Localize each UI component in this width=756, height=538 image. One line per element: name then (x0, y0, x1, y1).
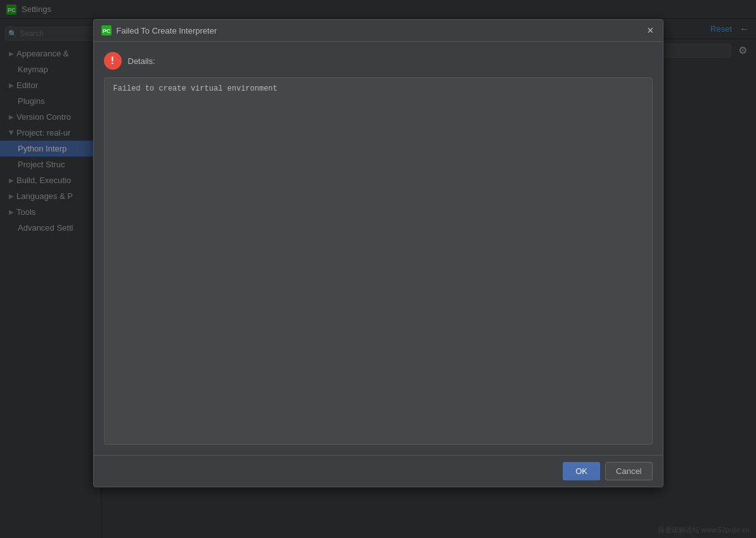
dialog-body: ! Details: Failed to create virtual envi… (94, 42, 663, 455)
dialog-app-icon: PC (101, 25, 112, 35)
dialog-overlay: PC Failed To Create Interpreter × ! Deta… (0, 0, 756, 538)
dialog-title: Failed To Create Interpreter (117, 26, 646, 35)
details-row: ! Details: (104, 52, 653, 70)
details-label: Details: (128, 56, 155, 66)
svg-text:PC: PC (103, 28, 111, 34)
dialog-close-button[interactable]: × (646, 25, 655, 36)
error-icon: ! (104, 52, 122, 70)
error-dialog: PC Failed To Create Interpreter × ! Deta… (93, 19, 663, 487)
ok-button[interactable]: OK (563, 462, 600, 480)
dialog-title-bar: PC Failed To Create Interpreter × (94, 20, 663, 42)
cancel-button[interactable]: Cancel (605, 462, 652, 480)
error-text-box: Failed to create virtual environment (104, 77, 653, 445)
dialog-footer: OK Cancel (94, 455, 663, 487)
